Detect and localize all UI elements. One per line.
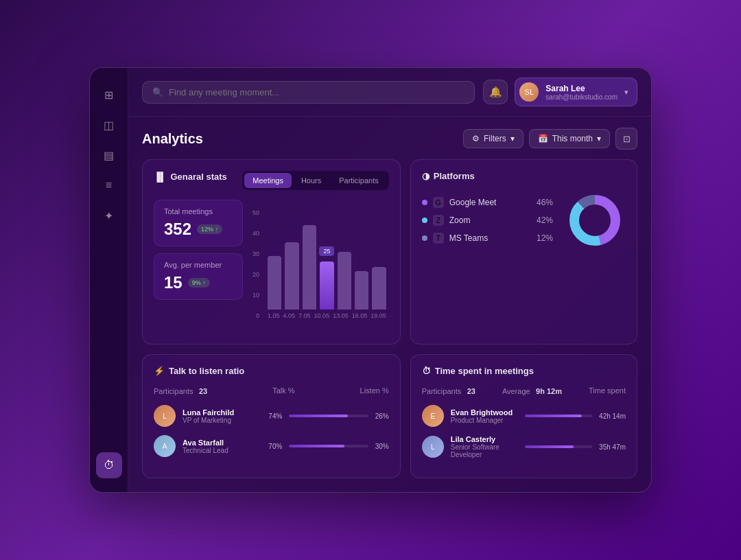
platform-item-zoom: Z Zoom 42% <box>422 215 553 226</box>
notification-button[interactable]: 🔔 <box>483 80 508 104</box>
total-meetings-label: Total meetings <box>164 207 233 215</box>
ratio-bar-fill <box>289 415 347 417</box>
page-title: Analytics <box>142 131 203 147</box>
participant-info: Evan Brightwood Product Manager <box>451 408 518 424</box>
bar <box>355 271 368 310</box>
sidebar: ⊞ ◫ ▤ ≡ ✦ ⏱ <box>90 68 128 492</box>
chart-with-yaxis: 50 40 30 20 10 0 25 <box>252 200 389 319</box>
time-spent-title: ⏱ Time spent in meetings <box>422 366 626 376</box>
ratio-bar-fill <box>289 445 344 447</box>
total-meetings-badge: 12% ↑ <box>197 224 222 234</box>
ratio-bar <box>289 445 368 447</box>
stat-boxes: Total meetings 352 12% ↑ Avg. per member… <box>154 200 243 333</box>
general-stats-card: ▐▌ Genaral stats Meetings Hours Particip… <box>142 159 401 345</box>
x-axis-label: 19.05 <box>370 312 386 319</box>
bar <box>338 252 351 310</box>
bar-group <box>355 271 368 310</box>
search-icon: 🔍 <box>152 87 163 97</box>
this-month-button[interactable]: 📅 This month ▾ <box>529 129 610 148</box>
avatar: L <box>422 436 444 458</box>
x-axis-label: 10.05 <box>314 312 330 319</box>
chevron-down-icon: ▾ <box>597 134 601 143</box>
user-email: sarah@tubikstudio.com <box>545 93 618 101</box>
clock-icon: ⏱ <box>422 366 431 376</box>
bar-group <box>285 242 298 310</box>
platforms-icon: ◑ <box>422 171 430 181</box>
ms-teams-icon: T <box>433 233 444 244</box>
progress-bar <box>525 445 592 448</box>
participant-row-evan: E Evan Brightwood Product Manager 42h 14… <box>422 405 626 427</box>
tab-group: Meetings Hours Participants <box>242 171 388 190</box>
calendar-icon: 📅 <box>538 134 548 143</box>
bar <box>285 242 298 310</box>
sidebar-item-list[interactable]: ≡ <box>96 172 122 198</box>
time-spent-card: ⏱ Time spent in meetings Participants 23… <box>410 354 637 478</box>
tab-hours[interactable]: Hours <box>293 173 329 188</box>
bar-group <box>372 267 386 310</box>
avatar: L <box>154 405 176 427</box>
talk-listen-title: ⚡ Talk to listen ratio <box>154 366 389 376</box>
x-axis-label: 4.05 <box>283 312 296 319</box>
avatar: E <box>422 405 444 427</box>
filter-icon: ⚙ <box>472 134 480 143</box>
bar <box>372 267 386 310</box>
sidebar-item-insights[interactable]: ✦ <box>96 202 122 229</box>
user-info: Sarah Lee sarah@tubikstudio.com <box>545 84 618 101</box>
bar <box>320 261 333 310</box>
bar-group <box>268 256 281 310</box>
tab-participants[interactable]: Participants <box>331 173 386 188</box>
main-content: 🔍 🔔 SL Sarah Lee sarah@tubikstudio.com ▾ <box>128 68 651 492</box>
participant-info: Lila Casterly Senior Software Developer <box>451 435 518 458</box>
sidebar-item-home[interactable]: ⊞ <box>96 82 122 108</box>
header: 🔍 🔔 SL Sarah Lee sarah@tubikstudio.com ▾ <box>128 68 651 117</box>
user-profile-button[interactable]: SL Sarah Lee sarah@tubikstudio.com ▾ <box>515 78 637 106</box>
bar-group <box>338 252 351 310</box>
avg-label: Avg. per member <box>164 261 233 269</box>
general-stats-title: ▐▌ Genaral stats <box>154 172 227 182</box>
ratio-row-ava: A Ava Starfall Technical Lead 70% 30% <box>154 435 389 457</box>
bar <box>268 256 281 310</box>
search-input[interactable] <box>169 87 464 97</box>
avg-value: 15 9% ↑ <box>164 273 233 292</box>
platform-dot <box>422 200 427 205</box>
bar <box>303 225 316 310</box>
sidebar-item-meetings[interactable]: ◫ <box>96 112 122 138</box>
avg-per-member-box: Avg. per member 15 9% ↑ <box>154 253 243 300</box>
chart-bars: 25 <box>265 200 389 310</box>
dashboard: ⊞ ◫ ▤ ≡ ✦ ⏱ 🔍 🔔 SL Sarah Lee <box>89 67 652 493</box>
y-axis-labels: 50 40 30 20 10 0 <box>252 209 259 319</box>
platform-dot <box>422 235 427 241</box>
search-bar[interactable]: 🔍 <box>142 81 475 104</box>
participant-info: Ava Starfall Technical Lead <box>183 439 261 454</box>
talk-listen-sub-header: Participants 23 Talk % Listen % <box>154 384 389 397</box>
share-button[interactable]: ⊡ <box>615 128 637 150</box>
google-meet-icon: G <box>433 197 444 208</box>
sidebar-item-time[interactable]: ⏱ <box>96 452 122 478</box>
tab-meetings[interactable]: Meetings <box>244 173 292 188</box>
x-axis-label: 13.05 <box>333 312 349 319</box>
platforms-title: ◑ Platforms <box>422 171 626 181</box>
x-axis-labels: 1.054.057.0510.0513.0516.0519.05 <box>265 312 389 319</box>
platforms-card: ◑ Platforms G Google Meet 46% <box>410 159 637 345</box>
participant-info: Luna Fairchild VP of Marketing <box>183 408 261 424</box>
filters-row: ⚙ Filters ▾ 📅 This month ▾ ⊡ <box>463 128 637 150</box>
platforms-donut-chart <box>564 189 626 251</box>
x-axis-label: 1.05 <box>268 312 280 319</box>
avg-badge: 9% ↑ <box>188 278 210 288</box>
chevron-down-icon: ▾ <box>624 88 628 97</box>
total-meetings-value: 352 12% ↑ <box>164 220 233 239</box>
platforms-content: G Google Meet 46% Z Zoom 42% <box>422 189 626 251</box>
cards-grid: ▐▌ Genaral stats Meetings Hours Particip… <box>142 159 637 478</box>
talk-listen-icon: ⚡ <box>154 366 165 376</box>
platform-item-google: G Google Meet 46% <box>422 197 553 208</box>
bar-chart-area: 50 40 30 20 10 0 25 <box>252 200 389 333</box>
sidebar-item-media[interactable]: ▤ <box>96 142 122 168</box>
progress-bar-fill <box>525 445 574 448</box>
platform-item-teams: T MS Teams 12% <box>422 233 553 244</box>
zoom-icon: Z <box>433 215 444 226</box>
ratio-row-luna: L Luna Fairchild VP of Marketing 74% 26% <box>154 405 389 427</box>
platform-dot <box>422 218 427 223</box>
filters-button[interactable]: ⚙ Filters ▾ <box>463 129 524 148</box>
bar-group: 25 <box>320 261 333 310</box>
avatar: SL <box>519 82 539 102</box>
